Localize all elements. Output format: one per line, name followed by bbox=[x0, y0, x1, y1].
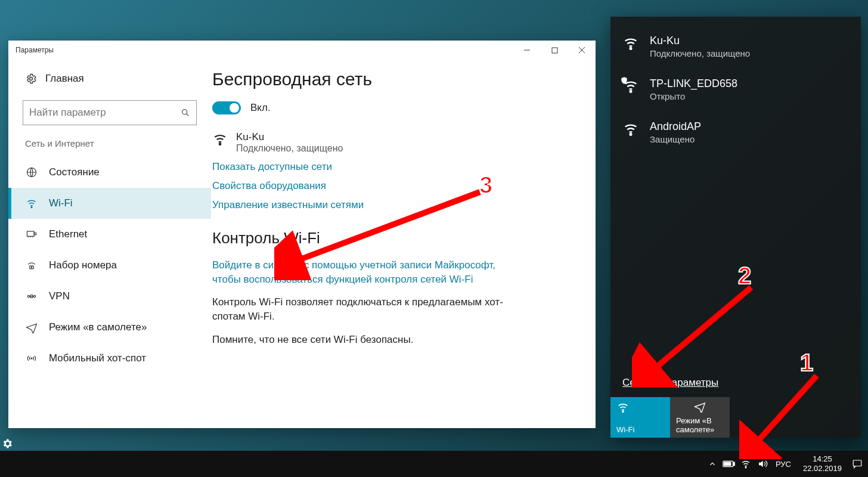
wifi-toggle-label: Вкл. bbox=[250, 102, 271, 114]
window-titlebar: Параметры bbox=[8, 41, 596, 60]
link-show-networks[interactable]: Показать доступные сети bbox=[212, 161, 578, 173]
wifi-icon bbox=[212, 131, 227, 145]
tray-date: 22.02.2019 bbox=[803, 464, 842, 473]
flyout-tile-airplane[interactable]: Режим «В самолете» bbox=[670, 397, 730, 438]
wifi-icon bbox=[25, 197, 38, 210]
svg-point-18 bbox=[630, 48, 632, 49]
tray-battery-icon[interactable] bbox=[722, 457, 736, 471]
flyout-network-item[interactable]: Ku-Ku Подключено, защищено bbox=[610, 25, 861, 68]
svg-line-6 bbox=[187, 114, 189, 116]
vpn-icon bbox=[25, 290, 38, 303]
sidebar-item-airplane[interactable]: Режим «в самолете» bbox=[8, 312, 211, 343]
airplane-icon bbox=[25, 321, 38, 334]
wifi-icon bbox=[622, 35, 639, 51]
tray-action-center-icon[interactable] bbox=[850, 457, 864, 471]
flyout-net-name: AndroidAP bbox=[650, 120, 701, 133]
flyout-net-name: TP-LINK_EDD658 bbox=[650, 78, 737, 90]
start-settings-gear[interactable] bbox=[0, 436, 14, 451]
airplane-icon bbox=[676, 401, 724, 414]
svg-point-4 bbox=[30, 78, 33, 80]
tray-time: 14:25 bbox=[803, 454, 842, 464]
settings-sidebar: Главная Сеть и Интернет Состояние Wi bbox=[8, 60, 211, 428]
wifi-icon bbox=[622, 120, 639, 137]
link-hardware-props[interactable]: Свойства оборудования bbox=[212, 180, 578, 192]
flyout-tile-label: Wi-Fi bbox=[616, 425, 664, 434]
svg-point-14 bbox=[33, 295, 35, 297]
wifi-sense-para1: Контроль Wi-Fi позволяет подключаться к … bbox=[212, 295, 510, 324]
ethernet-icon bbox=[25, 228, 38, 241]
annotation-number-3: 3 bbox=[479, 172, 492, 199]
svg-point-17 bbox=[219, 143, 221, 145]
search-field-wrap[interactable] bbox=[23, 100, 197, 125]
sidebar-item-label: Ethernet bbox=[49, 228, 87, 240]
flyout-tile-wifi[interactable]: Wi-Fi bbox=[610, 397, 670, 438]
current-network-name: Ku-Ku bbox=[236, 131, 343, 143]
flyout-network-item[interactable]: TP-LINK_EDD658 Открыто bbox=[610, 68, 861, 111]
svg-rect-9 bbox=[27, 231, 35, 236]
wifi-sense-para2: Помните, что не все сети Wi-Fi безопасны… bbox=[212, 333, 510, 348]
settings-window: Параметры Главная Сеть и Интернет bbox=[8, 41, 596, 428]
sidebar-item-label: VPN bbox=[49, 290, 70, 302]
sidebar-item-wifi[interactable]: Wi-Fi bbox=[8, 188, 211, 219]
minimize-button[interactable] bbox=[513, 41, 541, 60]
sidebar-item-label: Состояние bbox=[49, 166, 100, 178]
svg-point-25 bbox=[745, 467, 746, 468]
link-manage-known-networks[interactable]: Управление известными сетями bbox=[212, 199, 578, 211]
link-signin-msaccount[interactable]: Войдите в систему с помощью учетной запи… bbox=[212, 258, 522, 287]
window-title: Параметры bbox=[16, 46, 54, 54]
tray-chevron-up-icon[interactable] bbox=[705, 457, 720, 471]
svg-rect-23 bbox=[733, 462, 734, 466]
sidebar-home[interactable]: Главная bbox=[8, 66, 211, 92]
search-icon bbox=[181, 108, 190, 117]
gear-icon bbox=[25, 73, 37, 85]
taskbar: РУС 14:25 22.02.2019 bbox=[0, 451, 868, 477]
sidebar-item-ethernet[interactable]: Ethernet bbox=[8, 219, 211, 250]
flyout-network-settings-link[interactable]: Сетевые параметры bbox=[610, 377, 861, 397]
maximize-button[interactable] bbox=[541, 41, 568, 60]
settings-main: Беспроводная сеть Вкл. Ku-Ku Подключено,… bbox=[211, 60, 596, 428]
wifi-toggle[interactable] bbox=[212, 101, 241, 114]
sidebar-item-label: Мобильный хот-спот bbox=[49, 352, 146, 364]
svg-point-13 bbox=[27, 295, 29, 297]
flyout-network-item[interactable]: AndroidAP Защищено bbox=[610, 111, 861, 154]
svg-point-16 bbox=[31, 358, 32, 359]
flyout-tile-label: Режим «В самолете» bbox=[676, 416, 724, 434]
globe-icon bbox=[25, 166, 38, 179]
annotation-number-2: 2 bbox=[738, 262, 751, 289]
tray-clock[interactable]: 14:25 22.02.2019 bbox=[797, 454, 848, 474]
flyout-net-sub: Открыто bbox=[650, 91, 737, 101]
page-title: Беспроводная сеть bbox=[212, 69, 578, 89]
search-input[interactable] bbox=[29, 107, 181, 119]
close-button[interactable] bbox=[568, 41, 596, 60]
hotspot-icon bbox=[25, 352, 38, 365]
svg-rect-1 bbox=[552, 48, 557, 53]
svg-point-19 bbox=[630, 91, 632, 92]
current-network[interactable]: Ku-Ku Подключено, защищено bbox=[212, 131, 578, 154]
svg-point-5 bbox=[182, 110, 187, 114]
sidebar-home-label: Главная bbox=[45, 73, 84, 85]
sidebar-item-vpn[interactable]: VPN bbox=[8, 281, 211, 312]
network-flyout: Ku-Ku Подключено, защищено TP-LINK_EDD65… bbox=[610, 17, 861, 438]
svg-point-12 bbox=[31, 267, 32, 268]
sidebar-item-status[interactable]: Состояние bbox=[8, 157, 211, 188]
svg-point-20 bbox=[630, 134, 632, 135]
section-title-wifi-sense: Контроль Wi-Fi bbox=[212, 229, 578, 247]
flyout-net-sub: Защищено bbox=[650, 134, 701, 144]
svg-point-8 bbox=[31, 207, 32, 208]
wifi-open-shield-icon bbox=[622, 78, 639, 94]
sidebar-item-label: Wi-Fi bbox=[49, 197, 73, 209]
svg-rect-10 bbox=[34, 233, 36, 235]
tray-language[interactable]: РУС bbox=[772, 460, 795, 469]
svg-point-21 bbox=[622, 411, 624, 412]
sidebar-item-dialup[interactable]: Набор номера bbox=[8, 250, 211, 281]
tray-wifi-icon[interactable] bbox=[739, 457, 753, 471]
wifi-icon bbox=[616, 401, 664, 414]
flyout-net-name: Ku-Ku bbox=[650, 35, 750, 47]
dialup-icon bbox=[25, 259, 38, 272]
svg-rect-26 bbox=[853, 460, 861, 466]
current-network-sub: Подключено, защищено bbox=[236, 143, 343, 154]
svg-rect-24 bbox=[724, 462, 731, 466]
tray-volume-icon[interactable] bbox=[755, 457, 770, 471]
sidebar-group-label: Сеть и Интернет bbox=[8, 138, 211, 157]
sidebar-item-hotspot[interactable]: Мобильный хот-спот bbox=[8, 343, 211, 374]
